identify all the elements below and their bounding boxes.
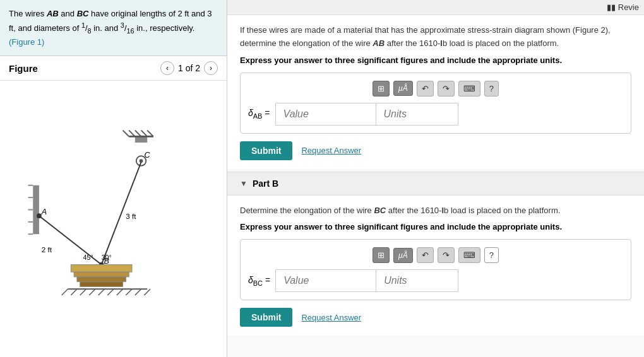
keyboard-icon-a: ⌨	[463, 84, 475, 93]
request-answer-link-b[interactable]: Request Answer	[301, 313, 361, 322]
part-a-instruction: Express your answer to three significant…	[240, 56, 631, 65]
undo-icon-a: ↶	[422, 84, 429, 93]
collapse-arrow-b[interactable]: ▼	[240, 179, 247, 188]
svg-line-16	[61, 289, 68, 295]
right-panel: ▮▮ Revie If these wires are made of a ma…	[227, 0, 644, 357]
redo-icon-b: ↷	[443, 250, 450, 260]
ua-icon-a: μÅ	[398, 84, 408, 93]
wall-rect	[33, 185, 39, 234]
part-b-toolbar: ⊞ μÅ ↶ ↷ ⌨ ?	[248, 247, 623, 263]
problem-description-box: The wires AB and BC have original length…	[0, 0, 227, 56]
platform-top	[71, 265, 132, 272]
wire-ab-label: AB	[47, 9, 59, 18]
length-bc-label: 3 ft	[126, 212, 136, 220]
top-bar: ▮▮ Revie	[227, 0, 644, 15]
keyboard-button-b[interactable]: ⌨	[458, 247, 480, 263]
part-b-input-row: δBC =	[248, 269, 623, 292]
figure-header: Figure ‹ 1 of 2 ›	[0, 56, 227, 81]
help-icon-a: ?	[489, 84, 494, 93]
svg-line-21	[107, 289, 114, 295]
svg-line-24	[134, 289, 141, 295]
redo-button-a[interactable]: ↷	[438, 81, 455, 97]
part-b-description: Determine the elongation of the wire BC …	[240, 204, 631, 218]
figure-area: A B C	[0, 81, 227, 357]
part-a-answer-box: ⊞ μÅ ↶ ↷ ⌨ ? δAB =	[240, 73, 631, 134]
grid-button-b[interactable]: ⊞	[373, 247, 390, 263]
undo-icon-b: ↶	[422, 250, 429, 260]
part-b-answer-box: ⊞ μÅ ↶ ↷ ⌨ ? δBC =	[240, 239, 631, 300]
figure-title: Figure	[9, 63, 38, 74]
angle1-label: 45°	[83, 254, 93, 261]
svg-line-18	[80, 289, 86, 295]
grid-button-a[interactable]: ⊞	[373, 81, 390, 97]
part-a-action-row: Submit Request Answer	[240, 141, 631, 160]
svg-line-22	[116, 289, 122, 295]
grid-icon-a: ⊞	[378, 84, 385, 93]
delta-ab-label: δAB =	[248, 108, 270, 120]
part-b-action-row: Submit Request Answer	[240, 308, 631, 327]
svg-rect-14	[80, 282, 122, 287]
wire-bc-label: BC	[77, 9, 89, 18]
part-a-description: If these wires are made of a material th…	[240, 24, 631, 50]
part-b-instruction: Express your answer to three significant…	[240, 222, 631, 231]
grid-icon-b: ⊞	[378, 250, 385, 260]
part-b-title: Part B	[253, 178, 278, 189]
ua-button-b[interactable]: μÅ	[393, 248, 413, 263]
ua-icon-b: μÅ	[398, 251, 408, 260]
svg-rect-12	[74, 272, 129, 277]
svg-line-17	[71, 289, 77, 295]
figure-nav: ‹ 1 of 2 ›	[160, 61, 218, 75]
delta-bc-label: δBC =	[248, 275, 270, 287]
ua-button-a[interactable]: μÅ	[393, 81, 413, 96]
label-c: C	[144, 151, 150, 160]
svg-line-23	[126, 289, 132, 295]
svg-line-7	[122, 131, 129, 137]
submit-button-b[interactable]: Submit	[240, 308, 292, 327]
figure-diagram: A B C	[25, 124, 202, 313]
request-answer-link-a[interactable]: Request Answer	[301, 146, 361, 155]
page-indicator: 1 of 2	[178, 63, 200, 73]
redo-button-b[interactable]: ↷	[438, 247, 455, 263]
part-a-input-row: δAB =	[248, 103, 623, 126]
prev-figure-button[interactable]: ‹	[160, 61, 174, 75]
help-button-a[interactable]: ?	[484, 81, 499, 97]
part-a-toolbar: ⊞ μÅ ↶ ↷ ⌨ ?	[248, 81, 623, 97]
label-a: A	[40, 208, 46, 216]
redo-icon-a: ↷	[443, 84, 450, 93]
length-ab-label: 2 ft	[41, 245, 52, 254]
angle2-label: 30°	[101, 254, 111, 261]
figure-ref-link[interactable]: (Figure 1)	[9, 37, 44, 47]
value-input-a[interactable]	[275, 103, 376, 126]
svg-line-25	[144, 289, 150, 295]
units-input-a[interactable]	[376, 103, 458, 126]
submit-button-a[interactable]: Submit	[240, 141, 292, 160]
top-support	[134, 136, 146, 143]
problem-text: The wires AB and BC have original length…	[9, 9, 212, 33]
undo-button-b[interactable]: ↶	[417, 247, 434, 263]
svg-rect-13	[76, 277, 125, 282]
help-button-b[interactable]: ?	[484, 247, 499, 263]
undo-button-a[interactable]: ↶	[417, 81, 434, 97]
part-b-header: ▼ Part B	[227, 172, 644, 196]
svg-line-19	[89, 289, 95, 295]
part-b-content: Determine the elongation of the wire BC …	[227, 196, 644, 336]
next-figure-button[interactable]: ›	[204, 61, 218, 75]
units-input-b[interactable]	[376, 269, 458, 292]
help-icon-b: ?	[489, 250, 494, 260]
keyboard-button-a[interactable]: ⌨	[458, 81, 480, 97]
value-input-b[interactable]	[275, 269, 376, 292]
keyboard-icon-b: ⌨	[463, 250, 475, 260]
left-panel: The wires AB and BC have original length…	[0, 0, 227, 357]
review-label: ▮▮ Revie	[607, 3, 639, 12]
svg-line-20	[98, 289, 104, 295]
part-a-section: If these wires are made of a material th…	[227, 15, 644, 169]
